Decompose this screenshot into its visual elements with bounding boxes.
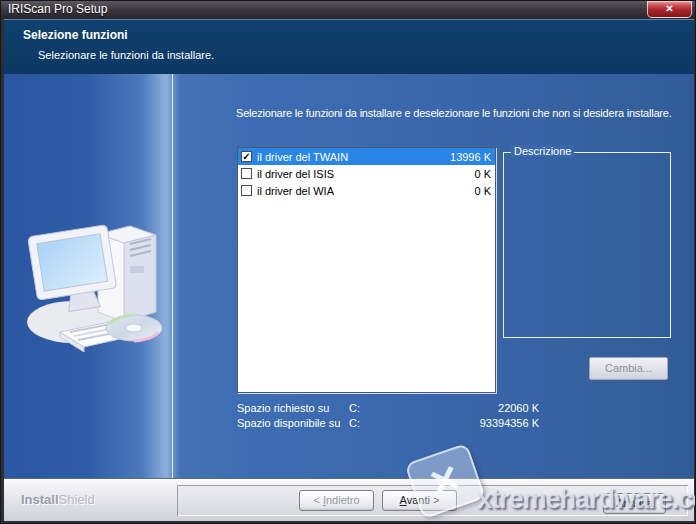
installshield-brand: InstallShield xyxy=(21,492,95,507)
next-button[interactable]: Avanti > xyxy=(382,490,457,511)
back-button[interactable]: < Indietro xyxy=(299,490,374,511)
checkbox-unchecked-icon[interactable] xyxy=(241,185,252,196)
description-group-label: Descrizione xyxy=(511,145,574,157)
checkbox-unchecked-icon[interactable] xyxy=(241,168,252,179)
feature-label: il driver del WIA xyxy=(257,185,334,197)
setup-window: IRIScan Pro Setup ✕ Selezione funzioni S… xyxy=(0,0,696,524)
page-subtitle: Selezionare le funzioni da installare. xyxy=(38,49,214,61)
instruction-text: Selezionare le funzioni da installare e … xyxy=(236,107,688,119)
feature-label: il driver del TWAIN xyxy=(257,151,348,163)
feature-row-wia[interactable]: il driver del WIA 0 K xyxy=(238,182,495,199)
space-required-drive: C: xyxy=(349,402,360,414)
computer-illustration-icon xyxy=(18,204,172,366)
space-available-drive: C: xyxy=(349,417,360,429)
feature-size: 0 K xyxy=(474,168,491,180)
feature-size: 13996 K xyxy=(450,151,491,163)
wizard-body: Selezionare le funzioni da installare e … xyxy=(4,74,694,478)
page-title: Selezione funzioni xyxy=(23,28,128,42)
back-button-rest: ndietro xyxy=(326,494,360,506)
brand-bold: Install xyxy=(21,492,59,507)
space-available-value: 93394356 K xyxy=(480,417,539,429)
feature-label: il driver del ISIS xyxy=(257,168,334,180)
space-required-label: Spazio richiesto su xyxy=(237,402,349,414)
titlebar[interactable]: IRIScan Pro Setup ✕ xyxy=(1,1,696,19)
wizard-header: Selezione funzioni Selezionare le funzio… xyxy=(4,19,694,74)
feature-row-isis[interactable]: il driver del ISIS 0 K xyxy=(238,165,495,182)
space-required-value: 22060 K xyxy=(498,402,539,414)
cancel-button[interactable]: Annulla xyxy=(603,493,666,514)
feature-size: 0 K xyxy=(474,185,491,197)
checkbox-checked-icon[interactable]: ✓ xyxy=(241,151,252,162)
close-icon: ✕ xyxy=(665,3,673,14)
window-title: IRIScan Pro Setup xyxy=(8,2,107,16)
brand-light: Shield xyxy=(59,492,95,507)
space-available-label: Spazio disponibile su xyxy=(237,417,349,429)
next-button-accel: A xyxy=(400,494,407,506)
next-button-rest: vanti > xyxy=(407,494,440,506)
back-button-prefix: < xyxy=(313,494,322,506)
description-groupbox: Descrizione xyxy=(503,152,671,338)
feature-row-twain[interactable]: ✓ il driver del TWAIN 13996 K xyxy=(238,148,495,165)
wizard-footer: InstallShield < Indietro Avanti > Annull… xyxy=(4,478,694,521)
space-available-row: Spazio disponibile su C: 93394356 K xyxy=(237,415,539,430)
close-button[interactable]: ✕ xyxy=(647,1,692,18)
disk-space-info: Spazio richiesto su C: 22060 K Spazio di… xyxy=(237,400,539,430)
change-button[interactable]: Cambia... xyxy=(589,357,668,380)
feature-listbox[interactable]: ✓ il driver del TWAIN 13996 K il driver … xyxy=(237,147,496,393)
space-required-row: Spazio richiesto su C: 22060 K xyxy=(237,400,539,415)
panel-divider xyxy=(172,74,173,478)
